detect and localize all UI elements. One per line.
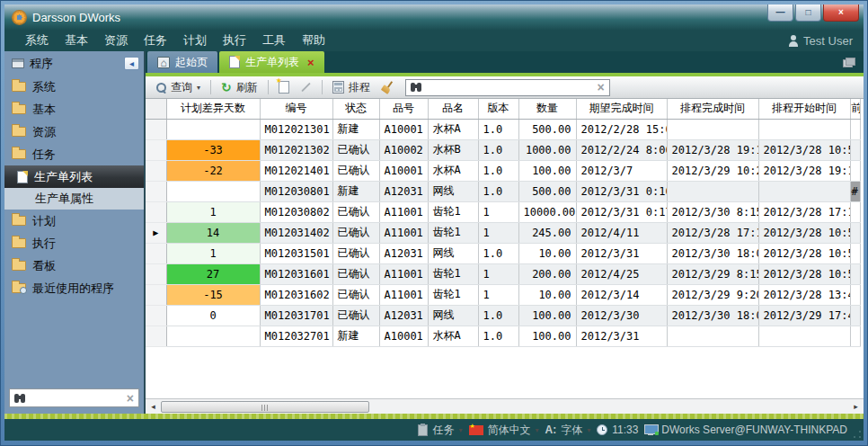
table-row[interactable]: M012030801新建A12031网线1.0500.002012/3/31 0…: [146, 181, 860, 201]
query-button[interactable]: 查询 ▾: [152, 78, 204, 97]
cell-version[interactable]: 1.0: [478, 326, 518, 346]
row-selector[interactable]: [146, 160, 166, 181]
row-selector[interactable]: [146, 139, 166, 160]
cell-qty[interactable]: 245.00: [518, 222, 576, 243]
cell-version[interactable]: 1: [478, 284, 518, 305]
cell-sched_start[interactable]: 2012/3/28 13:40: [758, 284, 850, 305]
cell-item_name[interactable]: 网线: [428, 243, 478, 263]
sidebar-item-7[interactable]: 执行: [4, 232, 144, 254]
cell-sched_start[interactable]: [758, 181, 850, 201]
cell-diff[interactable]: 1: [166, 201, 260, 222]
cell-diff[interactable]: [166, 181, 260, 201]
row-selector[interactable]: [146, 326, 166, 346]
edit-button[interactable]: [297, 85, 315, 90]
resize-grip[interactable]: [854, 431, 861, 438]
sidebar-item-3[interactable]: 任务: [4, 143, 144, 165]
row-selector[interactable]: [146, 201, 166, 222]
scroll-left-icon[interactable]: ◂: [146, 402, 161, 411]
user-area[interactable]: Test User: [788, 34, 853, 48]
cell-extra[interactable]: [850, 263, 860, 284]
column-header-item_name[interactable]: 品名: [428, 99, 478, 119]
cell-diff[interactable]: 1: [166, 243, 260, 263]
cell-diff[interactable]: -22: [166, 160, 260, 181]
sidebar-search-clear-icon[interactable]: ×: [127, 392, 134, 405]
column-header-sched_finish[interactable]: 排程完成时间: [667, 99, 758, 119]
menu-item-1[interactable]: 基本: [57, 32, 96, 49]
cell-expected_finish[interactable]: 2012/3/31: [576, 326, 667, 346]
menu-item-6[interactable]: 工具: [254, 32, 294, 49]
cell-sched_start[interactable]: 2012/3/28 10:52: [758, 139, 850, 160]
cell-item_name[interactable]: 齿轮1: [428, 263, 478, 284]
sidebar-collapse-button[interactable]: ◂: [124, 57, 139, 70]
cell-diff[interactable]: [166, 326, 260, 346]
sidebar-item-1[interactable]: 基本: [4, 98, 144, 120]
sidebar-item-4[interactable]: 生产单列表: [4, 165, 144, 188]
table-row[interactable]: M012032701新建A10001水杯A1.0100.002012/3/31: [146, 326, 860, 346]
cell-qty[interactable]: 1000.00: [518, 139, 576, 160]
cell-version[interactable]: 1: [478, 201, 518, 222]
cell-version[interactable]: 1.0: [478, 181, 518, 201]
row-selector[interactable]: [146, 243, 166, 263]
row-selector[interactable]: [146, 305, 166, 326]
toolbar-search-clear-icon[interactable]: ×: [598, 81, 605, 94]
cell-item_no[interactable]: A12031: [379, 181, 428, 201]
row-selector[interactable]: [146, 263, 166, 284]
tab-0[interactable]: ⌂起始页: [147, 51, 217, 73]
table-row[interactable]: -33M012021302已确认A10002水杯B1.01000.002012/…: [146, 139, 860, 160]
cell-item_no[interactable]: A11001: [379, 263, 428, 284]
menu-item-0[interactable]: 系统: [17, 32, 57, 49]
cell-extra[interactable]: #: [850, 181, 860, 201]
cell-status[interactable]: 新建: [332, 119, 379, 139]
cell-order_no[interactable]: M012031601: [260, 263, 332, 284]
table-row[interactable]: 0M012031701已确认A12031网线1.0100.002012/3/30…: [146, 305, 860, 326]
cell-expected_finish[interactable]: 2012/3/14: [576, 284, 667, 305]
cell-item_no[interactable]: A10001: [379, 160, 428, 181]
cell-sched_finish[interactable]: [667, 181, 758, 201]
cell-version[interactable]: 1.0: [478, 305, 518, 326]
tab-list-icon[interactable]: [843, 58, 855, 67]
table-row[interactable]: 1M012031501已确认A12031网线1.010.002012/3/312…: [146, 243, 860, 263]
cell-qty[interactable]: 500.00: [518, 119, 576, 139]
cell-version[interactable]: 1.0: [478, 119, 518, 139]
cell-expected_finish[interactable]: 2012/3/31: [576, 243, 667, 263]
scroll-right-icon[interactable]: ▸: [848, 402, 864, 411]
row-selector[interactable]: [146, 284, 166, 305]
cell-qty[interactable]: 10000.00: [518, 201, 576, 222]
cell-sched_finish[interactable]: 2012/3/28 19:10: [667, 139, 758, 160]
cell-sched_finish[interactable]: 2012/3/29 10:20: [667, 160, 758, 181]
status-font-menu[interactable]: A: 字体 ▾: [545, 423, 591, 438]
cell-extra[interactable]: [850, 119, 860, 139]
cell-sched_start[interactable]: 2012/3/29 17:46: [758, 305, 850, 326]
table-row[interactable]: 27M012031601已确认A11001齿轮11200.002012/4/25…: [146, 263, 860, 284]
sidebar-item-5[interactable]: 生产单属性: [4, 188, 144, 210]
cell-item_name[interactable]: 齿轮1: [428, 201, 478, 222]
cell-expected_finish[interactable]: 2012/4/11: [576, 222, 667, 243]
menu-item-3[interactable]: 任务: [136, 32, 175, 49]
cell-order_no[interactable]: M012031501: [260, 243, 332, 263]
cell-expected_finish[interactable]: 2012/3/7: [576, 160, 667, 181]
cell-order_no[interactable]: M012032701: [260, 326, 332, 346]
cell-status[interactable]: 已确认: [332, 160, 379, 181]
cell-item_name[interactable]: 网线: [428, 181, 478, 201]
cell-item_name[interactable]: 水杯A: [428, 119, 478, 139]
cell-item_no[interactable]: A11001: [379, 284, 428, 305]
tab-close-icon[interactable]: ×: [307, 57, 314, 68]
menu-item-5[interactable]: 执行: [215, 32, 254, 49]
close-button[interactable]: ×: [823, 4, 859, 22]
cell-item_name[interactable]: 齿轮1: [428, 284, 478, 305]
cell-sched_finish[interactable]: [667, 326, 758, 346]
cell-sched_start[interactable]: 2012/3/28 10:52: [758, 243, 850, 263]
cell-diff[interactable]: [166, 119, 260, 139]
toolbar-search-input[interactable]: [426, 81, 593, 94]
cell-sched_start[interactable]: 2012/3/28 10:52: [758, 222, 850, 243]
cell-order_no[interactable]: M012031602: [260, 284, 332, 305]
cell-expected_finish[interactable]: 2012/2/28 15:00: [576, 119, 667, 139]
cell-qty[interactable]: 100.00: [518, 160, 576, 181]
column-header-diff[interactable]: 计划差异天数: [166, 99, 260, 119]
cell-extra[interactable]: [850, 222, 860, 243]
column-header-item_no[interactable]: 品号: [379, 99, 428, 119]
cell-sched_finish[interactable]: [667, 119, 758, 139]
table-row[interactable]: ▶14M012031402已确认A11001齿轮11245.002012/4/1…: [146, 222, 860, 243]
cell-item_name[interactable]: 水杯B: [428, 139, 478, 160]
cell-item_no[interactable]: A10002: [379, 139, 428, 160]
